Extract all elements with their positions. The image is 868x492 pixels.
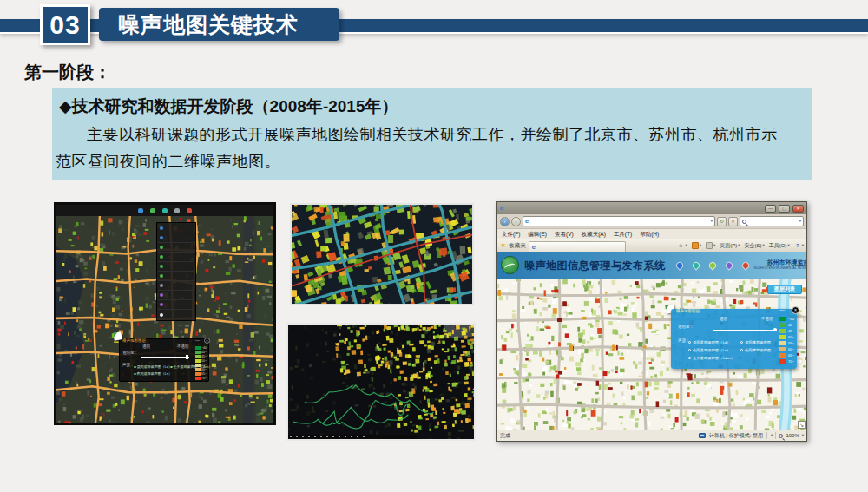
leftapp-toolbar-icons: [56, 205, 273, 216]
noise-layer-option[interactable]: 夜间道路噪声图（Ln）: [134, 371, 172, 377]
opacity-slider-thumb[interactable]: [773, 328, 777, 331]
radio-icon: [134, 373, 136, 376]
webapp-banner: 噪声地图信息管理与发布系统 苏州市环境监测中心站 SUZHOU ENVIRONM…: [497, 252, 806, 279]
stop-button[interactable]: ×: [728, 217, 738, 226]
close-icon[interactable]: ×: [204, 338, 210, 344]
render-info-strip: [288, 435, 418, 439]
image-3d-terrain-noise-map: [286, 323, 476, 441]
legend-swatch: [779, 335, 786, 340]
banner-icons: [676, 262, 749, 269]
section-number-badge: 03: [40, 4, 90, 45]
legend-swatch: [195, 359, 201, 363]
leftapp-noise-panel: 噪声地图图层 — × 透明 不透明 透明度： 声源： 昼间道路噪声图（Ld）夜间…: [119, 338, 209, 382]
noise-layer-option[interactable]: 昼间道路噪声图（Ld）: [134, 364, 172, 371]
print-icon: [706, 242, 713, 249]
back-button[interactable]: ‹: [500, 217, 510, 226]
layer-menu-item[interactable]: 噪声投诉: [158, 262, 194, 272]
legend-swatch: [195, 351, 201, 354]
opacity-slider-thumb[interactable]: [186, 355, 188, 359]
section-title: 噪声地图关键技术: [118, 10, 299, 39]
opacity-slider[interactable]: [141, 357, 189, 358]
layer-menu-item[interactable]: 电子地图: [158, 224, 194, 233]
legend-swatch: [195, 377, 201, 380]
webapp-map-area: 图层列表 噪声地图图层 — × 透明 不透明 透明度： 声源： 昼间道路噪声图（…: [497, 279, 806, 430]
close-button[interactable]: ×: [792, 205, 804, 213]
pin-green-icon[interactable]: [707, 260, 717, 270]
legend-swatch: [779, 329, 786, 334]
noise-layer-option[interactable]: 夜间建筑噪声图: [740, 346, 771, 354]
noise-layer-option[interactable]: 昼间道路噪声图（Ld）: [688, 338, 734, 346]
layer-icon: [160, 284, 163, 287]
layer-menu-item[interactable]: 敏感建筑: [158, 291, 194, 300]
pin-teal-icon[interactable]: [691, 260, 700, 270]
image-3d-noise-map: [290, 203, 474, 305]
pin-red-icon[interactable]: [187, 208, 192, 213]
command-item[interactable]: ▾: [677, 242, 687, 249]
noise-layer-option[interactable]: 全天道路噪声图（Lden）: [688, 354, 734, 362]
legend-swatch: [779, 353, 786, 358]
organization-name-en: SUZHOU ENVIRONMENTAL MONITOR CENTRE: [754, 266, 808, 271]
legend-swatch: [195, 372, 201, 376]
command-item[interactable]: ▾: [794, 242, 804, 249]
layer-icon: [160, 246, 163, 249]
close-icon[interactable]: ×: [792, 306, 799, 314]
layer-menu-item[interactable]: 环境质量: [158, 281, 194, 291]
command-item[interactable]: ▾: [706, 242, 715, 249]
pin-teal-icon[interactable]: [162, 208, 168, 213]
layer-menu-item[interactable]: 道路信息: [158, 300, 194, 310]
window-titlebar[interactable]: e 城市环境噪声信息管理系统 - Windows Internet Explor…: [497, 202, 806, 214]
refresh-button[interactable]: ↻: [717, 217, 727, 226]
ie-page-icon: e: [525, 218, 529, 225]
divider: [766, 432, 767, 439]
legend-swatch: [779, 317, 786, 322]
favorites-star-icon[interactable]: ★: [500, 242, 506, 249]
layer-icon: [160, 313, 163, 317]
opacity-slider[interactable]: [713, 330, 777, 331]
computer-icon: [699, 433, 706, 438]
layer-menu-item[interactable]: 图层管理: [158, 310, 194, 319]
stage-label: 第一阶段：: [24, 61, 111, 84]
pin-blue-icon[interactable]: [138, 208, 143, 213]
forward-button[interactable]: ›: [511, 217, 521, 226]
home-red-icon[interactable]: [740, 260, 750, 270]
content-box: ◆技术研究和数据开发阶段（2008年-2015年） 主要以科研课题的形式开展噪声…: [52, 88, 812, 180]
command-item[interactable]: ▾: [692, 242, 701, 249]
noise-layer-options: 昼间道路噪声图（Ld）夜间道路噪声图（Ln）: [134, 364, 172, 377]
layers-corner-icon[interactable]: [113, 331, 122, 340]
legend-swatch: [195, 355, 201, 358]
pin-green-icon[interactable]: [150, 208, 155, 213]
organization-name-cn: 苏州市环境监测中心站: [754, 259, 808, 266]
layer-menu-item[interactable]: 功能区划: [158, 272, 194, 281]
maximize-button[interactable]: ▢: [779, 205, 790, 213]
layer-list-button[interactable]: 图层列表: [767, 285, 802, 294]
pin-blue-icon[interactable]: [674, 260, 684, 270]
radio-icon: [740, 349, 743, 351]
noise-legend: ~4040~45~50~55~60~65~70~: [779, 316, 794, 364]
noise-layer-option[interactable]: 夜间道路噪声图（Ln）: [688, 346, 734, 354]
noise-layer-options: 昼间建筑噪声图夜间建筑噪声图: [740, 338, 771, 354]
content-body-line1: 主要以科研课题的形式开展噪声地图绘制相关技术研究工作，并绘制了北京市、苏州市、杭…: [87, 124, 778, 145]
pin-gray-icon[interactable]: [174, 208, 180, 213]
home-icon: [677, 242, 684, 249]
legend-swatch: [779, 359, 786, 364]
browser-tab[interactable]: e 城市环境噪声信息管理系统: [529, 241, 626, 253]
search-input[interactable]: 百度搜索 ▾: [740, 216, 804, 226]
minimize-button[interactable]: —: [765, 205, 776, 213]
noise-legend: ~4040~45~50~55~60~65~70~: [195, 345, 207, 380]
legend-swatch: [195, 346, 201, 350]
noise-layer-option[interactable]: 昼间建筑噪声图: [740, 338, 771, 346]
layer-icon: [160, 274, 163, 278]
3d-terrain-noise-render: [288, 325, 474, 439]
radio-icon: [170, 366, 173, 369]
layer-icon: [160, 293, 163, 297]
layer-menu-item[interactable]: 噪声地图: [158, 243, 194, 253]
pin-purple-icon[interactable]: [724, 260, 733, 270]
layer-menu-item[interactable]: 噪声监测: [158, 253, 194, 262]
radio-icon: [740, 341, 743, 344]
layer-menu-item[interactable]: 卫星地图: [158, 233, 194, 243]
section-title-box: 噪声地图关键技术: [99, 8, 339, 41]
zoom-icon: [779, 434, 783, 438]
address-field[interactable]: e D:\project\苏州噪声地图\FlexCode\bin-debug\i…: [523, 216, 715, 226]
map-resize-icon[interactable]: ↘: [798, 421, 806, 429]
search-icon: [742, 220, 746, 224]
